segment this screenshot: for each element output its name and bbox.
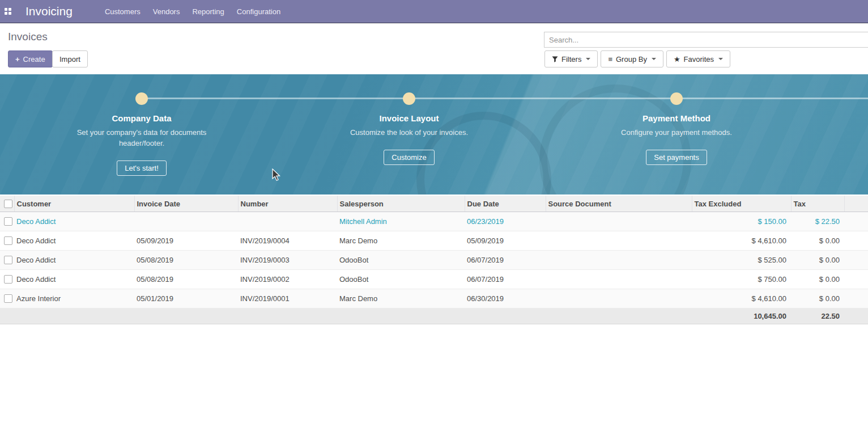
cell-invoice-date: 05/08/2019	[134, 251, 238, 270]
cell-invoice-date: 05/09/2019	[134, 231, 238, 251]
set-payments-button[interactable]: Set payments	[646, 150, 707, 165]
footer-cell	[134, 308, 238, 324]
cell-tax-excluded: $ 4,610.00	[692, 231, 791, 251]
customize-button[interactable]: Customize	[384, 150, 434, 165]
filters-button[interactable]: Filters	[544, 50, 598, 67]
filters-button-label: Filters	[561, 55, 581, 64]
table-row[interactable]: Deco Addict 05/08/2019 INV/2019/0003 Odo…	[0, 251, 868, 270]
step-dot	[135, 92, 148, 105]
create-button[interactable]: + Create	[8, 50, 53, 67]
select-all-checkbox[interactable]	[4, 200, 12, 208]
cell-tax-excluded: $ 4,610.00	[692, 289, 791, 308]
table-row[interactable]: Deco Addict 05/09/2019 INV/2019/0004 Mar…	[0, 231, 868, 251]
column-header-filler	[844, 196, 868, 212]
cell-source-document	[546, 289, 692, 308]
cell-salesperson: OdooBot	[337, 251, 465, 270]
table-row[interactable]: Deco Addict Mitchell Admin 06/23/2019 $ …	[0, 212, 868, 231]
nav-item-reporting[interactable]: Reporting	[186, 0, 230, 23]
cell-tax: $ 0.00	[791, 231, 844, 251]
step-description: Set your company's data for documents he…	[76, 127, 207, 149]
footer-cell	[546, 308, 692, 324]
column-header-number[interactable]: Number	[238, 196, 337, 212]
cell-tax-excluded: $ 150.00	[692, 212, 791, 231]
cell-customer: Deco Addict	[14, 270, 134, 289]
row-select-cell	[0, 251, 14, 270]
search-input[interactable]	[544, 32, 868, 48]
import-button[interactable]: Import	[52, 50, 88, 67]
cell-number: INV/2019/0001	[238, 289, 337, 308]
cell-customer: Deco Addict	[14, 251, 134, 270]
row-select-cell	[0, 289, 14, 308]
cell-source-document	[546, 251, 692, 270]
app-name[interactable]: Invoicing	[25, 5, 73, 18]
row-checkbox[interactable]	[4, 256, 12, 264]
cell-due-date: 06/07/2019	[465, 251, 546, 270]
group-by-icon: ≡	[608, 56, 612, 63]
favorites-button-label: Favorites	[684, 55, 714, 64]
cell-invoice-date: 05/01/2019	[134, 289, 238, 308]
column-header-due-date[interactable]: Due Date	[465, 196, 546, 212]
cell-filler	[844, 231, 868, 251]
cell-number	[238, 212, 337, 231]
step-dot	[403, 92, 415, 105]
favorites-button[interactable]: ★ Favorites	[666, 50, 730, 67]
cell-number: INV/2019/0004	[238, 231, 337, 251]
column-header-source-document[interactable]: Source Document	[546, 196, 692, 212]
cell-due-date: 06/07/2019	[465, 270, 546, 289]
column-header-customer[interactable]: Customer	[14, 196, 134, 212]
cell-invoice-date	[134, 212, 238, 231]
select-all-header[interactable]	[0, 196, 14, 212]
cell-salesperson: Marc Demo	[337, 231, 465, 251]
cell-tax: $ 0.00	[791, 270, 844, 289]
apps-icon-square	[5, 8, 7, 11]
table-row[interactable]: Azure Interior 05/01/2019 INV/2019/0001 …	[0, 289, 868, 308]
control-panel: Invoices + Create Import Filters ≡ Group…	[0, 23, 868, 74]
cell-due-date: 06/23/2019	[465, 212, 546, 231]
cell-tax: $ 0.00	[791, 251, 844, 270]
plus-icon: +	[15, 55, 20, 64]
lets-start-button[interactable]: Let's start!	[117, 160, 167, 176]
footer-cell	[0, 308, 14, 324]
group-by-button[interactable]: ≡ Group By	[601, 50, 663, 67]
row-checkbox[interactable]	[4, 236, 12, 245]
row-select-cell	[0, 231, 14, 251]
nav-item-vendors[interactable]: Vendors	[147, 0, 186, 23]
apps-menu-icon[interactable]	[5, 8, 12, 15]
cell-source-document	[546, 212, 692, 231]
cell-invoice-date: 05/08/2019	[134, 270, 238, 289]
column-header-invoice-date[interactable]: Invoice Date	[134, 196, 238, 212]
row-checkbox[interactable]	[4, 294, 12, 303]
footer-cell	[14, 308, 134, 324]
footer-tax-excluded-total: 10,645.00	[692, 308, 791, 324]
column-header-tax[interactable]: Tax	[791, 196, 844, 212]
chevron-down-icon	[586, 58, 590, 60]
table-footer-row: 10,645.00 22.50	[0, 308, 868, 324]
row-checkbox[interactable]	[4, 275, 12, 284]
chevron-down-icon	[718, 58, 723, 60]
step-title: Company Data	[51, 113, 232, 123]
footer-cell	[465, 308, 546, 324]
row-checkbox[interactable]	[4, 217, 12, 226]
footer-tax-total: 22.50	[791, 308, 844, 324]
star-icon: ★	[674, 56, 680, 63]
onboarding-step-payment-method: Payment Method Configure your payment me…	[586, 74, 767, 165]
nav-item-customers[interactable]: Customers	[99, 0, 147, 23]
cell-number: INV/2019/0002	[238, 270, 337, 289]
footer-cell	[238, 308, 337, 324]
nav-item-configuration[interactable]: Configuration	[231, 0, 287, 23]
cell-salesperson: OdooBot	[337, 270, 465, 289]
cell-filler	[844, 251, 868, 270]
apps-icon-square	[5, 12, 7, 15]
table-row[interactable]: Deco Addict 05/08/2019 INV/2019/0002 Odo…	[0, 270, 868, 289]
onboarding-step-invoice-layout: Invoice Layout Customize the look of you…	[318, 74, 500, 165]
page-title: Invoices	[8, 31, 48, 43]
cell-salesperson: Mitchell Admin	[337, 212, 465, 231]
step-title: Invoice Layout	[318, 113, 500, 123]
apps-icon-square	[8, 8, 11, 11]
column-header-tax-excluded[interactable]: Tax Excluded	[692, 196, 791, 212]
cell-number: INV/2019/0003	[238, 251, 337, 270]
column-header-salesperson[interactable]: Salesperson	[337, 196, 465, 212]
cell-due-date: 05/09/2019	[465, 231, 546, 251]
cell-tax: $ 0.00	[791, 289, 844, 308]
group-by-button-label: Group By	[616, 55, 647, 64]
